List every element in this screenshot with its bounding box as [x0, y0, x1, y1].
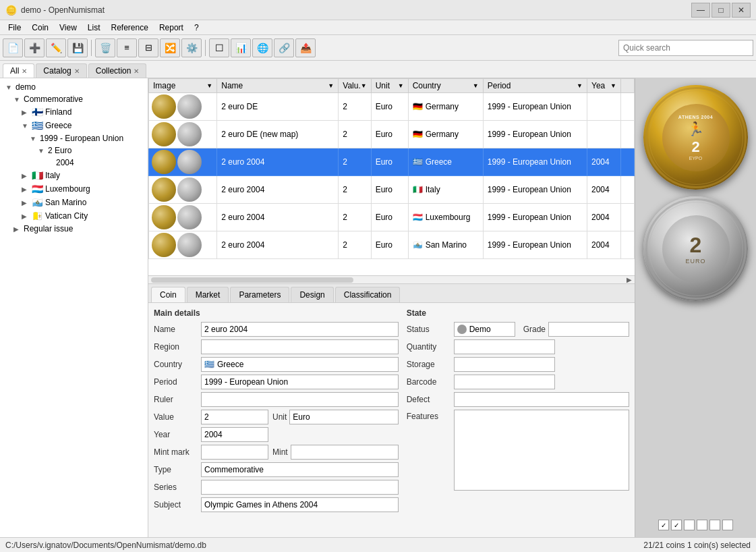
tab-collection-close[interactable]: ✕	[134, 67, 139, 75]
checkbox-1[interactable]: ✓	[658, 520, 669, 530]
menu-report[interactable]: Report	[154, 22, 189, 34]
tab-catalog[interactable]: Catalog ✕	[36, 63, 86, 78]
input-storage[interactable]	[454, 357, 555, 372]
sidebar-item-finland[interactable]: ▶ 🇫🇮 Finland	[3, 105, 145, 119]
tab-all[interactable]: All ✕	[3, 63, 34, 78]
sort-button[interactable]: 🔀	[160, 38, 180, 57]
checkbox-button[interactable]: ☐	[209, 38, 229, 57]
delete-button[interactable]: 🗑️	[95, 38, 115, 57]
sidebar-item-greece[interactable]: ▼ 🇬🇷 Greece	[3, 119, 145, 132]
col-year-sort[interactable]: ▼	[610, 82, 616, 89]
input-type[interactable]: Commemorative	[201, 462, 399, 477]
col-period-sort[interactable]: ▼	[577, 82, 583, 89]
input-name[interactable]: 2 euro 2004	[201, 322, 399, 337]
sidebar-item-demo[interactable]: ▼ demo	[3, 81, 145, 93]
input-mint[interactable]	[291, 445, 399, 460]
col-image-sort[interactable]: ▼	[206, 82, 212, 89]
col-country-sort[interactable]: ▼	[473, 82, 479, 89]
table-row[interactable]: 2 euro DE 2 Euro 🇩🇪Germany 1999 - Europe…	[149, 93, 635, 121]
input-defect[interactable]	[454, 392, 629, 407]
sidebar-item-sanmarino[interactable]: ▶ 🇸🇲 San Marino	[3, 196, 145, 209]
menu-help[interactable]: ?	[189, 22, 204, 34]
detail-tab-classification[interactable]: Classification	[335, 287, 401, 302]
maximize-button[interactable]: □	[711, 3, 730, 18]
input-quantity[interactable]	[454, 339, 555, 354]
table-row-selected[interactable]: 2 euro 2004 2 Euro 🇬🇷Greece 1999 - Europ…	[149, 148, 635, 176]
list-view-button[interactable]: ≡	[117, 38, 137, 57]
sidebar-item-2004[interactable]: 2004	[3, 157, 145, 169]
col-value-sort[interactable]: ▼	[361, 82, 367, 89]
input-barcode[interactable]	[454, 375, 555, 389]
detail-tab-coin[interactable]: Coin	[151, 287, 185, 302]
table-wrapper[interactable]: Image ▼ Name ▼	[148, 78, 635, 275]
chart-button[interactable]: 📊	[231, 38, 251, 57]
input-features[interactable]	[454, 410, 629, 491]
input-ruler[interactable]	[201, 392, 399, 407]
sidebar-item-italy[interactable]: ▶ 🇮🇹 Italy	[3, 169, 145, 182]
tab-catalog-close[interactable]: ✕	[74, 67, 80, 75]
table-hscroll[interactable]: ▶	[148, 275, 635, 283]
checkbox-5[interactable]	[709, 520, 720, 530]
detail-tab-parameters[interactable]: Parameters	[230, 287, 289, 302]
close-button[interactable]: ✕	[732, 3, 751, 18]
map-button[interactable]: 🌐	[252, 38, 272, 57]
table-row[interactable]: 2 euro 2004 2 Euro 🇮🇹Italy 1999 - Europe…	[149, 176, 635, 204]
checkbox-4[interactable]	[697, 520, 707, 530]
col-period[interactable]: Period ▼	[483, 79, 587, 93]
label-year: Year	[154, 430, 201, 439]
search-input[interactable]	[618, 40, 753, 56]
sidebar-item-luxembourg[interactable]: ▶ 🇱🇺 Luxembourg	[3, 182, 145, 196]
input-region[interactable]	[201, 339, 399, 354]
col-name[interactable]: Name ▼	[217, 79, 339, 93]
tab-collection[interactable]: Collection ✕	[88, 63, 147, 78]
col-year[interactable]: Yea ▼	[587, 79, 621, 93]
new-db-button[interactable]: 📄	[3, 38, 23, 57]
settings-button[interactable]: ⚙️	[181, 38, 202, 57]
sidebar-item-commemorative[interactable]: ▼ Commemorative	[3, 93, 145, 105]
cell-name: 2 euro DE	[217, 93, 339, 121]
add-coin-button[interactable]: ➕	[24, 38, 45, 57]
grid-view-button[interactable]: ⊟	[138, 38, 158, 57]
menu-list[interactable]: List	[82, 22, 106, 34]
input-country-display[interactable]: 🇬🇷 Greece	[201, 357, 399, 372]
sidebar-item-2euro[interactable]: ▼ 2 Euro	[3, 144, 145, 157]
input-period[interactable]: 1999 - European Union	[201, 375, 399, 389]
col-unit[interactable]: Unit ▼	[371, 79, 408, 93]
sidebar-item-1999eu[interactable]: ▼ 1999 - European Union	[3, 132, 145, 144]
table-row[interactable]: 2 euro 2004 2 Euro 🇱🇺Luxembourg 1999 - E…	[149, 204, 635, 231]
sidebar-item-vatican[interactable]: ▶ 🇻🇦 Vatican City	[3, 209, 145, 223]
col-value[interactable]: Valu. ▼	[339, 79, 371, 93]
export-button[interactable]: 📤	[295, 38, 316, 57]
menu-reference[interactable]: Reference	[106, 22, 154, 34]
table-row[interactable]: 2 euro 2004 2 Euro 🇸🇲San Marino 1999 - E…	[149, 231, 635, 259]
input-subject[interactable]: Olympic Games in Athens 2004	[201, 497, 399, 512]
col-country[interactable]: Country ▼	[408, 79, 483, 93]
checkbox-6[interactable]	[722, 520, 733, 530]
menu-view[interactable]: View	[54, 22, 82, 34]
save-button[interactable]: 💾	[67, 38, 88, 57]
input-year[interactable]: 2004	[201, 427, 268, 442]
menu-coin[interactable]: Coin	[26, 22, 54, 34]
col-image[interactable]: Image ▼	[149, 79, 217, 93]
sidebar-item-regular[interactable]: ▶ Regular issue	[3, 223, 145, 235]
menu-file[interactable]: File	[3, 22, 26, 34]
input-value[interactable]: 2	[201, 410, 268, 424]
flag-sanmarino: 🇸🇲	[32, 197, 43, 208]
edit-button[interactable]: ✏️	[46, 38, 66, 57]
detail-tab-design[interactable]: Design	[291, 287, 333, 302]
checkbox-2[interactable]: ✓	[671, 520, 682, 530]
checkbox-3[interactable]	[684, 520, 695, 530]
input-series[interactable]	[201, 480, 399, 495]
input-unit[interactable]: Euro	[289, 410, 398, 424]
input-status[interactable]: Demo	[454, 322, 515, 337]
sidebar-label-regular: Regular issue	[24, 224, 73, 233]
table-row[interactable]: 2 euro DE (new map) 2 Euro 🇩🇪Germany 199…	[149, 121, 635, 148]
col-name-sort[interactable]: ▼	[328, 82, 334, 89]
input-mint-mark[interactable]	[201, 445, 268, 460]
tab-all-close[interactable]: ✕	[22, 67, 27, 75]
col-unit-sort[interactable]: ▼	[398, 82, 404, 89]
detail-tab-market[interactable]: Market	[187, 287, 229, 302]
input-grade[interactable]	[548, 322, 629, 337]
minimize-button[interactable]: —	[691, 3, 710, 18]
link-button[interactable]: 🔗	[274, 38, 294, 57]
